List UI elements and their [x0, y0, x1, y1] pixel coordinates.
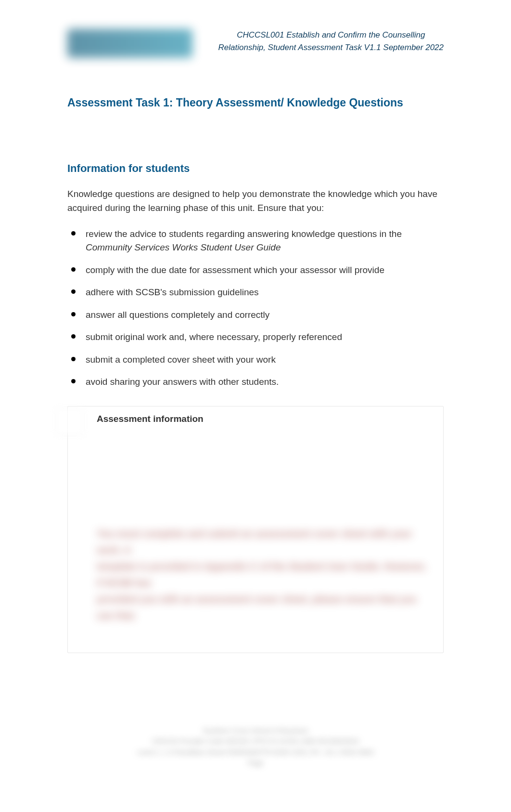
footer-line: CRICOS Provider Code 03523D | RTO ID 412… — [67, 736, 444, 747]
assessment-info-box: Assessment information You must complete… — [67, 406, 444, 653]
intro-paragraph: Knowledge questions are designed to help… — [67, 187, 444, 215]
bullet-text: adhere with SCSB's submission guidelines — [86, 287, 259, 297]
header-line-1: CHCCSL001 Establish and Confirm the Coun… — [237, 30, 425, 39]
list-item: comply with the due date for assessment … — [67, 263, 444, 277]
footer-line: Level 2, 1-3 Fitzwilliam Street PARRAMAT… — [67, 747, 444, 758]
page-footer: Southern Cross School of Business CRICOS… — [67, 725, 444, 769]
blurred-line: template is provided in Appendix C of th… — [97, 558, 429, 591]
list-item: submit a completed cover sheet with your… — [67, 353, 444, 367]
info-icon — [56, 407, 84, 435]
bullet-text: comply with the due date for assessment … — [86, 265, 384, 275]
blurred-line: You must complete and submit an assessme… — [97, 525, 429, 558]
bullet-list: review the advice to students regarding … — [67, 227, 444, 389]
bullet-text: submit a completed cover sheet with your… — [86, 354, 276, 365]
info-box-title: Assessment information — [97, 414, 429, 424]
header-line-2: Relationship, Student Assessment Task V1… — [218, 43, 444, 52]
footer-line: Southern Cross School of Business — [67, 725, 444, 736]
page-title: Assessment Task 1: Theory Assessment/ Kn… — [67, 96, 444, 109]
blurred-content: You must complete and submit an assessme… — [97, 525, 429, 624]
bullet-italic: Community Services Works Student User Gu… — [86, 242, 281, 252]
list-item: avoid sharing your answers with other st… — [67, 375, 444, 389]
bullet-text: submit original work and, where necessar… — [86, 332, 342, 342]
list-item: answer all questions completely and corr… — [67, 308, 444, 322]
logo-image — [67, 29, 192, 58]
blurred-line: provided you with an assessment cover sh… — [97, 591, 429, 624]
list-item: submit original work and, where necessar… — [67, 330, 444, 344]
document-header: CHCCSL001 Establish and Confirm the Coun… — [218, 29, 444, 53]
bullet-text: answer all questions completely and corr… — [86, 310, 269, 320]
footer-line: Page — [67, 758, 444, 768]
section-subtitle: Information for students — [67, 162, 444, 175]
bullet-text: avoid sharing your answers with other st… — [86, 377, 279, 387]
list-item: adhere with SCSB's submission guidelines — [67, 286, 444, 300]
bullet-text: review the advice to students regarding … — [86, 229, 402, 239]
list-item: review the advice to students regarding … — [67, 227, 444, 255]
